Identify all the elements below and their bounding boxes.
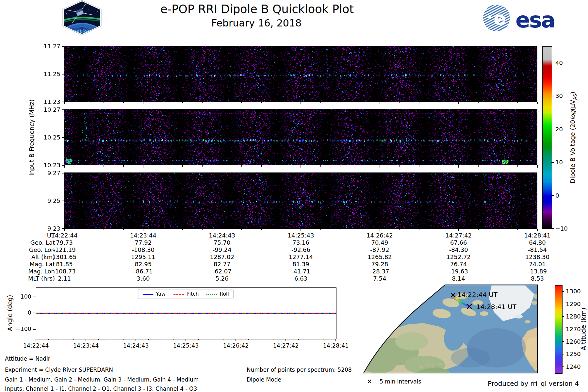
angle-x-major-tick [136,339,136,341]
y-tick-band-11MHz [62,46,64,46]
x-minor-tick-band-10MHz [439,165,439,167]
attitude-note: Attitude = Nadir [5,355,50,362]
ephemeris-cell: 64.80 [508,239,567,246]
voltage-colorbar [542,46,552,229]
angle-y-tick [33,297,36,297]
cassiope-mission-patch: CASSIOPE [59,0,105,36]
alt-cbar-tick-label: 1240 [566,363,581,370]
x-minor-tick-band-9MHz [182,229,183,230]
ephemeris-cell: 14:28:41 [508,232,567,239]
quicklook-figure: { "header": { "title": "e-POP RRI Dipole… [0,0,588,392]
angle-y-tick-label: 0 [5,309,31,316]
x-major-tick-band-10MHz [301,165,301,168]
x-major-tick-band-9MHz [537,229,537,231]
alt-cbar-tick [562,329,564,329]
x-minor-tick-band-11MHz [202,102,203,103]
angle-y-tick-label: 100 [5,293,31,300]
voltage-cbar-tick-label: 20 [555,126,563,133]
legend-label: Pitch [187,291,199,297]
voltage-cbar-tick [551,162,554,162]
angle-x-major-tick [86,339,86,341]
ephemeris-cell: -41.71 [271,268,330,275]
ephemeris-cell: -81.54 [508,246,567,253]
y-tick-label-band-11MHz: 11.23 [32,98,60,105]
y-tick-label-band-10MHz: 10.23 [32,162,60,169]
legend-label: Yaw [156,291,166,297]
ephemeris-cell: -108.30 [114,246,172,253]
angle-x-minor-tick [98,339,99,340]
x-minor-tick-band-10MHz [104,165,104,167]
x-minor-tick-band-9MHz [241,229,242,230]
y-tick-label-band-10MHz: 10.27 [32,106,60,113]
voltage-cbar-tick-label: 0 [555,192,559,199]
ephemeris-cell: 2.11 [35,275,94,282]
ephemeris-cell: 74.01 [508,261,567,268]
track-end-time-label: 14:28:41 UT [476,303,516,311]
angle-x-major-tick [36,339,36,341]
x-minor-tick-band-11MHz [241,102,242,103]
angle-x-minor-tick [211,339,211,340]
ephemeris-cell: 73.16 [271,239,330,246]
x-minor-tick-band-10MHz [478,165,478,167]
ephemeris-cell: -86.71 [114,268,172,275]
ephemeris-cell: -99.24 [193,246,252,253]
angle-x-tick-label: 14:22:44 [13,342,59,349]
y-tick-band-9MHz [62,201,64,201]
alt-cbar-tick [562,354,564,354]
x-minor-tick-band-11MHz [439,102,439,103]
angle-x-tick-label: 14:24:43 [113,342,159,349]
ephemeris-cell: -92.66 [271,246,330,253]
ephemeris-cell: 1265.82 [350,253,409,260]
figure-title: e-POP RRI Dipole B Quicklook Plot [160,3,354,16]
csa-roundel [80,26,84,30]
x-minor-tick-band-9MHz [202,229,203,230]
y-tick-band-10MHz [62,137,64,138]
angle-x-minor-tick [123,339,123,340]
ephemeris-cell: 1287.02 [193,253,252,260]
legend-solid-line-icon [143,294,153,295]
x-major-tick-band-9MHz [301,229,301,231]
legend-dotted-line-icon [207,294,217,295]
ephemeris-cell: 75.70 [193,239,252,246]
x-minor-tick-band-11MHz [320,102,321,103]
legend-item-roll: Roll [207,291,229,297]
ephemeris-cell: -62.07 [193,268,252,275]
angle-x-minor-tick [248,339,249,340]
x-minor-tick-band-10MHz [163,165,163,167]
y-tick-label-band-11MHz: 11.25 [32,71,60,77]
y-tick-label-band-9MHz: 9.23 [32,225,60,232]
ephemeris-cell: 14:25:43 [271,232,330,239]
x-major-tick-band-11MHz [222,102,222,104]
x-minor-tick-band-9MHz [261,229,262,230]
angle-x-minor-tick [173,339,173,340]
x-major-tick-band-11MHz [537,102,537,104]
ephemeris-cell: -84.30 [429,246,488,253]
x-major-tick-band-10MHz [537,165,537,168]
ephemeris-cell: 1277.14 [271,253,330,260]
ephemeris-cell: 6.63 [271,275,330,282]
x-minor-tick-band-9MHz [320,229,321,230]
angle-x-minor-tick [161,339,161,340]
ephemeris-cell: 1238.30 [508,253,567,260]
figure-date: February 16, 2018 [211,17,302,29]
x-minor-tick-band-10MHz [241,165,242,167]
angle-x-minor-tick [73,339,74,340]
x-minor-tick-band-11MHz [84,102,84,103]
ephemeris-cell: 14:23:44 [114,232,172,239]
x-minor-tick-band-11MHz [360,102,360,103]
esa-logo: e esa [480,4,558,32]
x-minor-tick-band-9MHz [281,229,281,230]
x-minor-tick-band-9MHz [340,229,340,230]
x-major-tick-band-10MHz [458,165,459,168]
angle-legend: YawPitchRoll [138,289,234,299]
x-major-tick-band-10MHz [380,165,380,168]
x-minor-tick-band-11MHz [517,102,518,103]
x-minor-tick-band-11MHz [498,102,498,103]
voltage-cbar-tick-label: 40 [555,59,563,66]
ground-track-map [314,283,539,375]
x-minor-tick-band-11MHz [104,102,104,103]
angle-x-minor-tick [298,339,299,340]
angle-x-minor-tick [261,339,261,340]
x-minor-tick-band-9MHz [360,229,360,230]
x-major-tick-band-10MHz [64,165,64,168]
